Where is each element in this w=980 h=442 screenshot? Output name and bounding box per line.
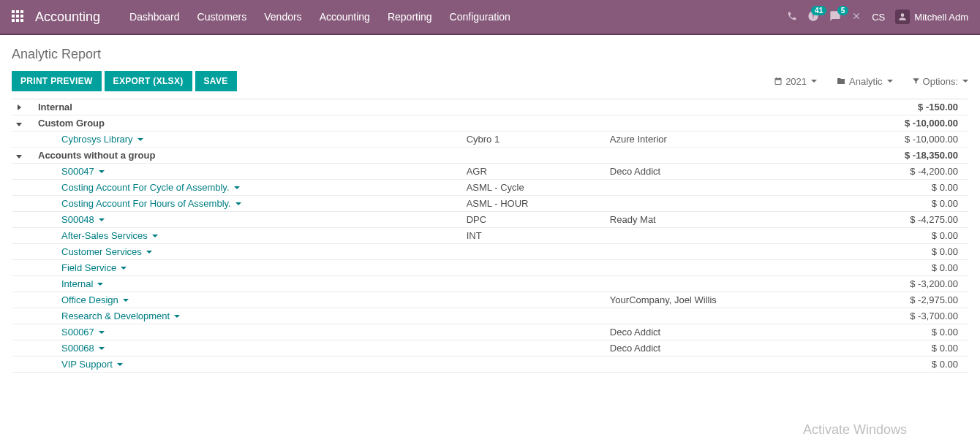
account-name: Field Service <box>26 262 467 273</box>
reference-cell: ASML - HOUR <box>467 198 610 209</box>
amount-cell: $ 0.00 <box>840 262 968 273</box>
account-link[interactable]: S00047 <box>61 166 105 177</box>
account-name: After-Sales Services <box>26 230 467 241</box>
group-row[interactable]: Internal$ -150.00 <box>12 99 968 115</box>
chevron-down-icon <box>811 80 817 83</box>
debug-icon[interactable] <box>851 11 862 23</box>
nav-vendors[interactable]: Vendors <box>264 11 301 23</box>
svg-rect-3 <box>12 15 15 18</box>
account-link[interactable]: After-Sales Services <box>61 230 158 241</box>
svg-rect-7 <box>16 19 19 22</box>
chevron-down-icon <box>97 283 103 286</box>
amount-cell: $ 0.00 <box>840 343 968 354</box>
table-row: Costing Account For Hours of Assembly. A… <box>12 196 968 212</box>
partner-cell: Deco Addict <box>610 343 840 354</box>
folder-icon <box>836 77 846 85</box>
account-link[interactable]: Customer Services <box>61 246 152 257</box>
svg-rect-5 <box>20 15 23 18</box>
table-row: Costing Account For Cycle of Assembly. A… <box>12 180 968 196</box>
table-row: Research & Development $ -3,700.00 <box>12 308 968 324</box>
chevron-down-icon <box>99 347 105 350</box>
chevron-down-icon <box>121 267 127 270</box>
partner-cell: Azure Interior <box>610 134 840 145</box>
app-brand[interactable]: Accounting <box>35 9 100 25</box>
save-button[interactable]: SAVE <box>195 71 237 91</box>
group-row[interactable]: Accounts without a group$ -18,350.00 <box>12 148 968 164</box>
toolbar: PRINT PREVIEW EXPORT (XLSX) SAVE 2021 An… <box>12 71 968 91</box>
company-switcher[interactable]: CS <box>872 12 885 23</box>
activities-icon[interactable]: 41 <box>807 10 819 24</box>
table-row: Office Design YourCompany, Joel Willis$ … <box>12 292 968 308</box>
account-name: Research & Development <box>26 310 467 321</box>
account-link[interactable]: Costing Account For Cycle of Assembly. <box>61 182 240 193</box>
group-row[interactable]: Custom Group$ -10,000.00 <box>12 115 968 132</box>
account-link[interactable]: VIP Support <box>61 359 123 370</box>
chevron-down-icon <box>962 80 968 83</box>
account-name: Cybrosys Library <box>26 134 467 145</box>
year-label: 2021 <box>785 76 807 87</box>
account-link[interactable]: Costing Account For Hours of Assembly. <box>61 198 241 209</box>
table-row: Customer Services $ 0.00 <box>12 244 968 260</box>
report-table: Internal$ -150.00Custom Group$ -10,000.0… <box>12 99 968 373</box>
nav-configuration[interactable]: Configuration <box>450 11 510 23</box>
toggle-icon[interactable] <box>12 150 26 161</box>
chevron-down-icon <box>146 251 152 254</box>
table-row: Field Service $ 0.00 <box>12 260 968 276</box>
reference-cell: ASML - Cycle <box>467 182 610 193</box>
account-link[interactable]: S00068 <box>61 343 105 354</box>
phone-icon[interactable] <box>787 11 797 23</box>
filter-icon <box>912 77 920 85</box>
nav-links: Dashboard Customers Vendors Accounting R… <box>129 11 510 23</box>
amount-cell: $ 0.00 <box>840 359 968 370</box>
account-link[interactable]: S00048 <box>61 214 105 225</box>
reference-cell: INT <box>467 230 610 241</box>
svg-rect-6 <box>12 19 15 22</box>
account-link[interactable]: Cybrosys Library <box>61 134 143 145</box>
toggle-icon[interactable] <box>12 118 26 129</box>
group-amount: $ -150.00 <box>840 102 968 113</box>
nav-dashboard[interactable]: Dashboard <box>129 11 180 23</box>
amount-cell: $ 0.00 <box>840 246 968 257</box>
nav-reporting[interactable]: Reporting <box>388 11 432 23</box>
chevron-down-icon <box>117 363 123 366</box>
amount-cell: $ 0.00 <box>840 327 968 338</box>
user-menu[interactable]: Mitchell Adm <box>895 9 968 24</box>
table-row: Cybrosys Library Cybro 1Azure Interior$ … <box>12 132 968 148</box>
options-filter[interactable]: Options: <box>912 76 968 87</box>
year-filter[interactable]: 2021 <box>774 76 817 87</box>
partner-cell: Deco Addict <box>610 166 840 177</box>
account-name: S00048 <box>26 214 467 225</box>
account-name: Customer Services <box>26 246 467 257</box>
account-link[interactable]: Field Service <box>61 262 127 273</box>
account-name: Internal <box>26 278 467 289</box>
reference-cell: Cybro 1 <box>467 134 610 145</box>
chevron-down-icon <box>152 235 158 237</box>
export-xlsx-button[interactable]: EXPORT (XLSX) <box>105 71 192 91</box>
navbar-right: 41 5 CS Mitchell Adm <box>787 9 968 24</box>
discuss-icon[interactable]: 5 <box>829 10 841 24</box>
print-preview-button[interactable]: PRINT PREVIEW <box>12 71 102 91</box>
chevron-down-icon <box>99 170 105 173</box>
user-avatar-icon <box>895 9 910 24</box>
chevron-down-icon <box>99 218 105 221</box>
table-row: S00068 Deco Addict$ 0.00 <box>12 340 968 357</box>
account-name: S00068 <box>26 343 467 354</box>
chevron-down-icon <box>137 138 143 141</box>
account-link[interactable]: Research & Development <box>61 310 180 321</box>
apps-grid-icon[interactable] <box>12 10 23 24</box>
toggle-icon[interactable] <box>12 102 26 113</box>
nav-accounting[interactable]: Accounting <box>320 11 370 23</box>
chevron-down-icon <box>235 202 241 205</box>
account-link[interactable]: S00067 <box>61 327 105 338</box>
analytic-filter[interactable]: Analytic <box>836 76 893 87</box>
page-title: Analytic Report <box>12 47 968 62</box>
account-name: Costing Account For Hours of Assembly. <box>26 198 467 209</box>
nav-customers[interactable]: Customers <box>197 11 247 23</box>
partner-cell: YourCompany, Joel Willis <box>610 294 840 305</box>
account-link[interactable]: Office Design <box>61 294 129 305</box>
account-link[interactable]: Internal <box>61 278 103 289</box>
chevron-down-icon <box>887 80 893 83</box>
table-row: VIP Support $ 0.00 <box>12 357 968 373</box>
amount-cell: $ -10,000.00 <box>840 134 968 145</box>
chevron-down-icon <box>99 331 105 334</box>
